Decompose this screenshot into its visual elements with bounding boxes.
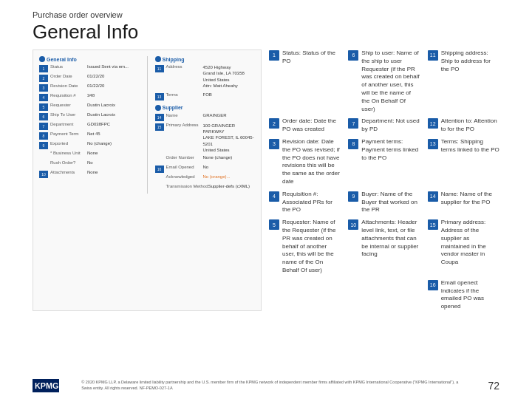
supplier-icon xyxy=(155,105,161,111)
kpmg-logo-svg: KPMG xyxy=(33,378,59,393)
page-subtitle: Purchase order overview xyxy=(33,10,499,19)
annotation-16: 16 Email opened: Indicates if the emaile… xyxy=(428,279,499,311)
slide-row-requester: 5 Requester Dustin Lacroix xyxy=(39,103,140,111)
annotation-spacer2 xyxy=(348,279,420,311)
annotation-13: 13 Terms: Shipping terms linked to the P… xyxy=(428,138,499,186)
annotation-5: 5 Requester: Name of the Requester (if t… xyxy=(269,219,341,275)
main-content: General Info 1 Status Issued Sent via em… xyxy=(0,50,532,311)
annotation-4: 4 Requisition #: Associated PRs for the … xyxy=(269,191,341,214)
annotation-12: 12 Attention to: Attention to for the PO xyxy=(428,117,499,134)
general-info-icon xyxy=(39,56,45,62)
slide-row-email-opened: 16 Email Opened No xyxy=(155,165,256,173)
slide-row-acknowledged: Acknowledged No (orange)... xyxy=(155,174,256,183)
slide-row-status: 1 Status Issued Sent via em... xyxy=(39,64,140,72)
annotation-7: 7 Department: Not used by PD xyxy=(348,117,420,134)
annotation-9: 9 Buyer: Name of the Buyer that worked o… xyxy=(348,191,420,214)
kpmg-logo: KPMG xyxy=(33,378,59,393)
slide-row-order-number: Order Number None (change) xyxy=(155,155,256,163)
supplier-section-title: Supplier xyxy=(155,105,256,111)
footer-copyright: © 2020 KPMG LLP, a Delaware limited liab… xyxy=(81,380,466,391)
annotation-10: 10 Attachments: Header level link, text,… xyxy=(348,219,420,275)
annotation-3: 3 Revision date: Date the PO was revised… xyxy=(269,138,341,186)
slide-row-rush-order: Rush Order? No xyxy=(39,160,140,168)
slide-row-address: 11 Address 4520 HighwayGrand Isle, LA 70… xyxy=(155,64,256,89)
annotations-panel: 1 Status: Status of the PO 6 Ship to use… xyxy=(269,50,499,311)
annotation-11: 11 Shipping address: Ship to address for… xyxy=(428,50,499,113)
annotation-16-spacer xyxy=(269,279,341,311)
slide-row-exported: 9 Exported No (change) xyxy=(39,141,140,149)
shipping-section-title: Shipping xyxy=(155,56,256,62)
page-footer: KPMG © 2020 KPMG LLP, a Delaware limited… xyxy=(0,378,532,393)
annotation-grid: 1 Status: Status of the PO 6 Ship to use… xyxy=(269,50,499,311)
shipping-icon xyxy=(155,56,161,62)
svg-text:KPMG: KPMG xyxy=(35,381,58,390)
slide-row-business-unit: * Business Unit None xyxy=(39,151,140,159)
footer-page-number: 72 xyxy=(488,380,499,392)
slide-preview: General Info 1 Status Issued Sent via em… xyxy=(33,50,262,311)
annotation-6: 6 Ship to user: Name of the ship to user… xyxy=(348,50,420,113)
slide-row-payment-term: 8 Payment Term Net 45 xyxy=(39,132,140,140)
slide-row-primary-address: 15 Primary Address 100 GRAINGER PARKWAYL… xyxy=(155,123,256,154)
slide-row-supplier-name: 14 Name GRAINGER xyxy=(155,113,256,121)
supplier-section: Supplier 14 Name GRAINGER 15 Primary Add… xyxy=(155,105,256,192)
shipping-section: Shipping 11 Address 4520 HighwayGrand Is… xyxy=(155,56,256,100)
general-info-rows: 1 Status Issued Sent via em... 2 Order D… xyxy=(39,64,140,178)
slide-row-order-date: 2 Order Date 01/22/20 xyxy=(39,74,140,82)
slide-divider xyxy=(147,56,148,194)
slide-row-attachments: 10 Attachments None xyxy=(39,170,140,178)
annotation-14: 14 Name: Name of the supplier for the PO xyxy=(428,191,499,214)
slide-row-terms: 13 Terms FOB xyxy=(155,92,256,100)
slide-row-ship-to-user: 6 Ship To User Dustin Lacroix xyxy=(39,112,140,120)
page-title: General Info xyxy=(33,21,499,44)
slide-row-revision-date: 3 Revision Date 01/22/20 xyxy=(39,83,140,92)
annotation-1: 1 Status: Status of the PO xyxy=(269,50,341,113)
page-header: Purchase order overview General Info xyxy=(0,0,532,50)
annotation-15: 15 Primary address: Address of the suppl… xyxy=(428,219,499,275)
general-info-section-title: General Info xyxy=(39,56,140,62)
slide-row-transmission: Transmission Method Supplier-defs (cXML) xyxy=(155,184,256,192)
slide-left-column: General Info 1 Status Issued Sent via em… xyxy=(39,56,140,194)
slide-row-department: 7 Department GD038FPC xyxy=(39,122,140,130)
slide-right-column: Shipping 11 Address 4520 HighwayGrand Is… xyxy=(155,56,256,194)
annotation-8: 8 Payment terms: Payment terms linked to… xyxy=(348,138,420,186)
annotation-2: 2 Order date: Date the PO was created xyxy=(269,117,341,134)
slide-row-requisition: 4 Requisition # 348 xyxy=(39,93,140,101)
